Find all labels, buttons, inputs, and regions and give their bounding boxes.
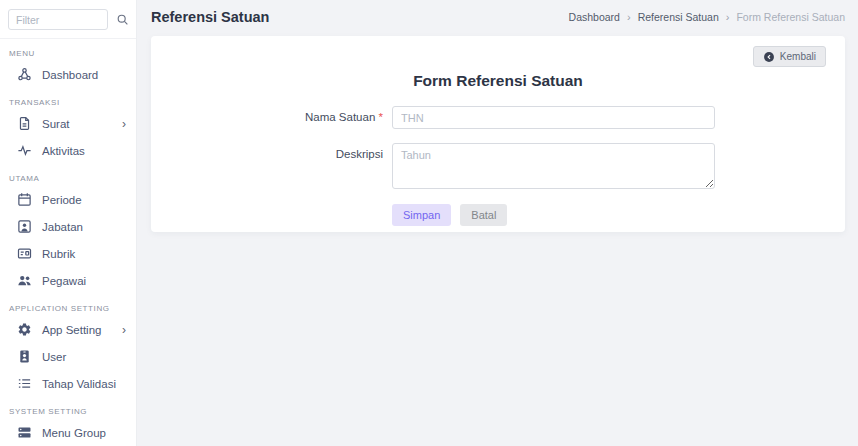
form-row-deskripsi: Deskripsi [167, 143, 829, 189]
search-icon[interactable] [116, 13, 129, 26]
file-icon [17, 116, 32, 131]
field-label-deskripsi: Deskripsi [167, 143, 392, 189]
section-label-system-setting: SYSTEM SETTING [0, 407, 136, 416]
section-label-menu: MENU [0, 49, 136, 58]
breadcrumb: Dashboard › Referensi Satuan › Form Refe… [569, 11, 845, 23]
deskripsi-textarea[interactable] [392, 143, 715, 189]
sidebar-item-label: Aktivitas [42, 145, 85, 157]
filter-input[interactable] [8, 9, 108, 30]
topbar: Referensi Satuan Dashboard › Referensi S… [137, 0, 858, 33]
sidebar-item-label: Jabatan [42, 221, 83, 233]
sidebar-item-rubrik[interactable]: Rubrik [0, 240, 136, 267]
list-icon [17, 376, 32, 391]
sidebar-item-label: Pegawai [42, 275, 86, 287]
simpan-button[interactable]: Simpan [392, 204, 451, 226]
section-label-transaksi: TRANSAKSI [0, 98, 136, 107]
page-title: Referensi Satuan [151, 9, 269, 25]
sidebar-item-label: Dashboard [42, 69, 98, 81]
form-actions: Simpan Batal [392, 204, 829, 226]
section-label-application-setting: APPLICATION SETTING [0, 304, 136, 313]
sidebar-item-label: Surat [42, 118, 70, 130]
sidebar-item-label: Tahap Validasi [42, 378, 116, 390]
sidebar-item-pegawai[interactable]: Pegawai [0, 267, 136, 294]
main-area: Referensi Satuan Dashboard › Referensi S… [137, 0, 858, 446]
sidebar-filter-row [0, 0, 136, 39]
sidebar-item-label: Menu Group [42, 427, 106, 439]
form-title: Form Referensi Satuan [167, 72, 829, 90]
sidebar-item-user[interactable]: User [0, 343, 136, 370]
calendar-icon [17, 192, 32, 207]
form-row-nama-satuan: Nama Satuan * [167, 106, 829, 129]
chevron-separator-icon: › [627, 11, 631, 23]
sidebar-item-label: App Setting [42, 324, 101, 336]
chevron-right-icon: › [122, 118, 126, 130]
sidebar-item-app-setting[interactable]: App Setting › [0, 316, 136, 343]
user-square-icon [17, 219, 32, 234]
chevron-separator-icon: › [726, 11, 730, 23]
sidebar-item-dashboard[interactable]: Dashboard [0, 61, 136, 88]
sidebar-item-surat[interactable]: Surat › [0, 110, 136, 137]
activity-icon [17, 143, 32, 158]
sidebar-item-label: User [42, 351, 66, 363]
gear-icon [17, 322, 32, 337]
server-icon [17, 425, 32, 440]
sidebar-item-aktivitas[interactable]: Aktivitas [0, 137, 136, 164]
id-badge-icon [17, 349, 32, 364]
sidebar-item-jabatan[interactable]: Jabatan [0, 213, 136, 240]
chevron-right-icon: › [122, 324, 126, 336]
breadcrumb-item-current: Form Referensi Satuan [736, 11, 845, 23]
sidebar: MENU Dashboard TRANSAKSI [0, 0, 137, 446]
sidebar-item-label: Periode [42, 194, 82, 206]
field-label-nama-satuan: Nama Satuan * [167, 106, 392, 129]
field-label-text: Deskripsi [336, 148, 383, 160]
nama-satuan-input[interactable] [392, 106, 715, 129]
sidebar-nav: MENU Dashboard TRANSAKSI [0, 49, 136, 446]
breadcrumb-item-referensi-satuan[interactable]: Referensi Satuan [638, 11, 719, 23]
sidebar-item-label: Rubrik [42, 248, 75, 260]
back-button[interactable]: Kembali [753, 46, 826, 67]
section-label-utama: UTAMA [0, 174, 136, 183]
sidebar-item-tahap-validasi[interactable]: Tahap Validasi [0, 370, 136, 397]
users-icon [17, 273, 32, 288]
sidebar-item-periode[interactable]: Periode [0, 186, 136, 213]
required-asterisk: * [379, 111, 383, 123]
back-button-label: Kembali [780, 51, 816, 62]
dashboard-icon [17, 67, 32, 82]
id-card-icon [17, 246, 32, 261]
breadcrumb-item-dashboard[interactable]: Dashboard [569, 11, 620, 23]
sidebar-item-menu-group[interactable]: Menu Group [0, 419, 136, 446]
app-window: MENU Dashboard TRANSAKSI [0, 0, 858, 446]
arrow-left-circle-icon [763, 51, 775, 63]
field-label-text: Nama Satuan [305, 111, 375, 123]
form-body: Nama Satuan * Deskripsi Simpan Batal [167, 106, 829, 226]
batal-button[interactable]: Batal [460, 204, 507, 226]
form-card: Kembali Form Referensi Satuan Nama Satua… [151, 36, 845, 232]
